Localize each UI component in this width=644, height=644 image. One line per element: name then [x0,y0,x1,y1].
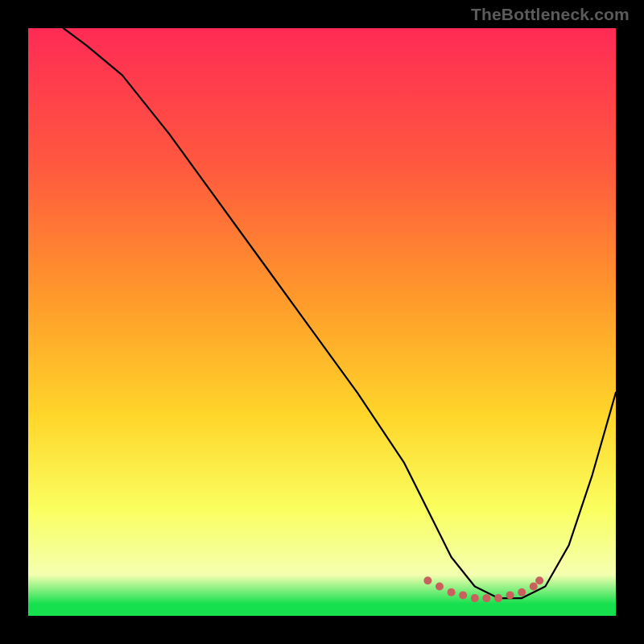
min-dot [459,591,467,599]
min-dot [471,594,479,602]
min-dot [448,588,456,597]
watermark-text: TheBottleneck.com [471,5,630,24]
min-dot [518,588,526,597]
plot-area [28,28,616,616]
min-dot [436,583,444,591]
min-band-dots [423,576,543,602]
chart-frame: TheBottleneck.com [0,0,644,644]
min-dot [423,576,431,584]
min-dot [482,594,490,602]
min-dot [506,591,514,599]
min-dot [530,583,538,591]
min-dot [535,576,543,584]
min-dot [494,594,502,602]
curve-layer [28,28,616,616]
bottleneck-curve [64,28,616,598]
